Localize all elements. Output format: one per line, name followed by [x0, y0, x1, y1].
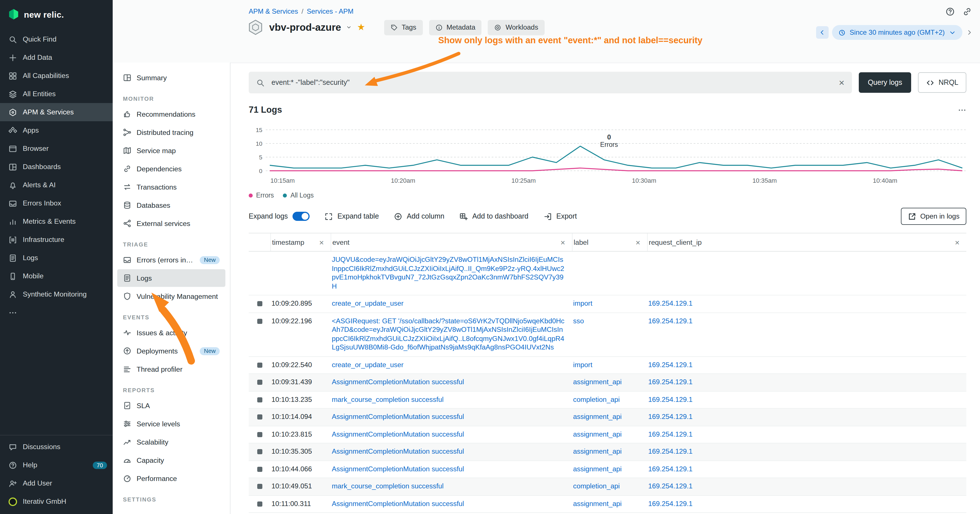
sidebar-item-databases[interactable]: Databases	[117, 196, 225, 214]
table-row[interactable]: 10:09:20.895create_or_update_userimport1…	[249, 295, 966, 313]
remove-column-icon[interactable]: ×	[955, 238, 959, 247]
workloads-button[interactable]: Workloads	[488, 20, 545, 35]
sidebar-item-errors-errors-inb[interactable]: Errors (errors inb...New	[117, 251, 225, 269]
row-select[interactable]	[249, 478, 270, 495]
sidebar-item-add-user[interactable]: Add User	[0, 474, 113, 492]
row-select[interactable]	[249, 426, 270, 443]
event-link[interactable]: AssignmentCompletionMutation successful	[332, 447, 464, 455]
label-link[interactable]: import	[573, 361, 592, 369]
event-link[interactable]: create_or_update_user	[332, 299, 404, 307]
sidebar-item-dependencies[interactable]: Dependencies	[117, 160, 225, 178]
ip-link[interactable]: 169.254.129.1	[648, 361, 693, 369]
legend-item-all-logs[interactable]: All Logs	[283, 192, 314, 199]
tags-button[interactable]: Tags	[384, 20, 423, 35]
sidebar-item-all-entities[interactable]: All Entities	[0, 85, 113, 103]
sidebar-item-errors-inbox[interactable]: Errors Inbox	[0, 194, 113, 212]
column-header-timestamp[interactable]: timestamp ×	[270, 233, 331, 251]
sidebar-item-apm-services[interactable]: APM & Services	[0, 103, 113, 121]
favorite-star-icon[interactable]: ★	[357, 23, 365, 32]
sidebar-item-issues-activity[interactable]: Issues & activity	[117, 324, 225, 342]
sidebar-item-synthetic-monitoring[interactable]: Synthetic Monitoring	[0, 285, 113, 303]
sidebar-item-capacity[interactable]: Capacity	[117, 451, 225, 469]
more-options-icon[interactable]	[958, 106, 966, 114]
row-select[interactable]	[249, 409, 270, 425]
add-column-button[interactable]: Add column	[394, 212, 444, 221]
sidebar-item-transactions[interactable]: Transactions	[117, 178, 225, 196]
clear-query-icon[interactable]: ×	[839, 78, 845, 88]
entity-chevron-down-icon[interactable]	[346, 24, 352, 30]
log-query-searchbox[interactable]: ×	[249, 72, 852, 93]
time-picker[interactable]: Since 30 minutes ago (GMT+2)	[832, 25, 963, 40]
event-link[interactable]: AssignmentCompletionMutation successful	[332, 500, 464, 508]
expand-logs-toggle[interactable]	[293, 212, 310, 221]
sidebar-item-apps[interactable]: Apps	[0, 121, 113, 140]
ip-link[interactable]: 169.254.129.1	[648, 395, 693, 403]
remove-column-icon[interactable]: ×	[560, 238, 565, 247]
column-header-event[interactable]: event ×	[331, 233, 572, 251]
sidebar-item-all-capabilities[interactable]: All Capabilities	[0, 67, 113, 85]
row-handle-icon[interactable]	[257, 449, 262, 454]
label-link[interactable]: assignment_api	[573, 500, 622, 508]
remove-column-icon[interactable]: ×	[636, 238, 640, 247]
table-row[interactable]: 10:10:23.815AssignmentCompletionMutation…	[249, 426, 966, 443]
sidebar-item-scalability[interactable]: Scalability	[117, 433, 225, 451]
ip-link[interactable]: 169.254.129.1	[648, 465, 693, 473]
event-link[interactable]: AssignmentCompletionMutation successful	[332, 430, 464, 438]
sidebar-item-help[interactable]: Help70	[0, 456, 113, 474]
ip-link[interactable]: 169.254.129.1	[648, 482, 693, 490]
ip-link[interactable]: 169.254.129.1	[648, 413, 693, 421]
sidebar-item-distributed-tracing[interactable]: Distributed tracing	[117, 124, 225, 141]
sidebar-item-recommendations[interactable]: Recommendations	[117, 105, 225, 123]
add-to-dashboard-button[interactable]: Add to dashboard	[459, 212, 528, 221]
breadcrumb-apm-services[interactable]: APM & Services	[249, 7, 298, 15]
sidebar-item-sla[interactable]: SLA	[117, 397, 225, 414]
label-link[interactable]: completion_api	[573, 395, 620, 403]
column-header-label[interactable]: label ×	[572, 233, 647, 251]
open-in-logs-button[interactable]: Open in logs	[901, 208, 966, 225]
sidebar-item-more[interactable]	[0, 303, 113, 321]
event-link[interactable]: AssignmentCompletionMutation successful	[332, 378, 464, 386]
table-row[interactable]: 10:09:22.540create_or_update_userimport1…	[249, 356, 966, 374]
label-link[interactable]: assignment_api	[573, 413, 622, 421]
sidebar-item-quick-find[interactable]: Quick Find	[0, 30, 113, 48]
label-link[interactable]: assignment_api	[573, 447, 622, 455]
sidebar-item-add-data[interactable]: Add Data	[0, 48, 113, 67]
sidebar-item-discussions[interactable]: Discussions	[0, 438, 113, 456]
row-select[interactable]	[249, 313, 270, 356]
event-link[interactable]: <ASGIRequest: GET '/sso/callback/?state=…	[332, 317, 565, 351]
label-link[interactable]: assignment_api	[573, 465, 622, 473]
sidebar-item-alerts-ai[interactable]: Alerts & AI	[0, 176, 113, 194]
column-header-request-client-ip[interactable]: request_client_ip ×	[647, 233, 966, 251]
row-handle-icon[interactable]	[257, 466, 262, 472]
sidebar-item-external-services[interactable]: External services	[117, 215, 225, 232]
ip-link[interactable]: 169.254.129.1	[648, 500, 693, 508]
row-select[interactable]	[249, 495, 270, 512]
ip-link[interactable]: 169.254.129.1	[648, 317, 693, 325]
query-logs-button[interactable]: Query logs	[859, 72, 912, 93]
sidebar-item-logs[interactable]: Logs	[0, 249, 113, 267]
log-query-input[interactable]	[270, 78, 833, 87]
sidebar-item-mobile[interactable]: Mobile	[0, 267, 113, 285]
table-row[interactable]: 10:09:22.196<ASGIRequest: GET '/sso/call…	[249, 313, 966, 356]
label-link[interactable]: completion_api	[573, 482, 620, 490]
time-forward-button[interactable]	[966, 29, 973, 36]
row-handle-icon[interactable]	[257, 501, 262, 506]
row-select[interactable]	[249, 443, 270, 460]
newrelic-logo[interactable]: new relic.	[0, 0, 113, 24]
row-select[interactable]	[249, 374, 270, 391]
event-link[interactable]: create_or_update_user	[332, 361, 404, 369]
event-link[interactable]: mark_course_completion successful	[332, 395, 444, 403]
export-button[interactable]: Export	[543, 212, 577, 221]
table-row[interactable]: 10:10:49.051mark_course_completion succe…	[249, 478, 966, 495]
sidebar-item-vulnerability-management[interactable]: Vulnerability Management	[117, 288, 225, 305]
sidebar-item-service-map[interactable]: Service map	[117, 142, 225, 159]
ip-link[interactable]: 169.254.129.1	[648, 378, 693, 386]
nrql-button[interactable]: NRQL	[918, 72, 966, 93]
table-row[interactable]: 10:09:31.439AssignmentCompletionMutation…	[249, 374, 966, 391]
row-handle-icon[interactable]	[257, 301, 262, 306]
row-handle-icon[interactable]	[257, 318, 262, 324]
copy-permalink-icon[interactable]	[963, 7, 972, 16]
table-row[interactable]: JUQVU&code=eyJraWQiOiJjcGltY29yZV8wOTl1M…	[249, 251, 966, 295]
label-link[interactable]: assignment_api	[573, 378, 622, 386]
sidebar-item-deployments[interactable]: DeploymentsNew	[117, 342, 225, 360]
